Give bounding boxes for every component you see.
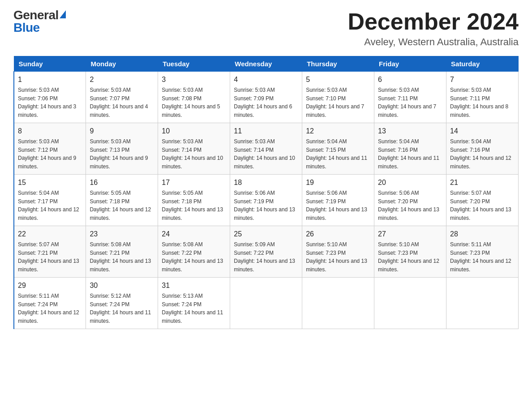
calendar-cell: 23Sunrise: 5:08 AMSunset: 7:21 PMDayligh… (86, 226, 158, 278)
day-sunrise: Sunrise: 5:03 AM (90, 87, 130, 93)
day-sunset: Sunset: 7:19 PM (306, 198, 346, 205)
day-daylight: Daylight: 14 hours and 13 minutes. (378, 206, 439, 221)
day-sunrise: Sunrise: 5:03 AM (162, 138, 202, 145)
day-sunset: Sunset: 7:22 PM (234, 250, 274, 256)
day-sunset: Sunset: 7:18 PM (90, 198, 129, 205)
calendar-cell: 19Sunrise: 5:06 AMSunset: 7:19 PMDayligh… (302, 175, 374, 226)
calendar-cell: 27Sunrise: 5:10 AMSunset: 7:23 PMDayligh… (374, 226, 446, 278)
day-number: 20 (378, 177, 442, 188)
day-number: 6 (378, 74, 442, 85)
calendar-cell (446, 278, 519, 329)
day-sunrise: Sunrise: 5:07 AM (450, 190, 491, 196)
day-daylight: Daylight: 14 hours and 7 minutes. (378, 103, 436, 118)
day-sunset: Sunset: 7:18 PM (162, 198, 202, 205)
calendar-cell: 12Sunrise: 5:04 AMSunset: 7:15 PMDayligh… (302, 123, 374, 175)
day-number: 29 (18, 280, 82, 291)
day-sunset: Sunset: 7:16 PM (378, 147, 418, 153)
day-daylight: Daylight: 14 hours and 11 minutes. (90, 309, 151, 324)
day-sunrise: Sunrise: 5:09 AM (234, 241, 275, 248)
day-daylight: Daylight: 14 hours and 11 minutes. (378, 155, 439, 169)
calendar-cell: 18Sunrise: 5:06 AMSunset: 7:19 PMDayligh… (230, 175, 302, 226)
day-sunset: Sunset: 7:12 PM (18, 147, 58, 153)
calendar-cell (302, 278, 374, 329)
day-sunrise: Sunrise: 5:04 AM (306, 138, 347, 145)
day-daylight: Daylight: 14 hours and 11 minutes. (162, 309, 223, 324)
day-sunset: Sunset: 7:19 PM (234, 198, 274, 205)
day-sunrise: Sunrise: 5:04 AM (18, 190, 59, 196)
calendar-cell: 29Sunrise: 5:11 AMSunset: 7:24 PMDayligh… (14, 278, 86, 329)
day-number: 14 (450, 126, 515, 136)
day-daylight: Daylight: 14 hours and 6 minutes. (234, 103, 292, 118)
calendar-header-wednesday: Wednesday (230, 56, 302, 72)
day-sunset: Sunset: 7:10 PM (306, 95, 346, 102)
day-sunset: Sunset: 7:08 PM (162, 95, 202, 102)
day-number: 2 (90, 74, 154, 85)
calendar-cell: 30Sunrise: 5:12 AMSunset: 7:24 PMDayligh… (86, 278, 158, 329)
day-sunset: Sunset: 7:11 PM (378, 95, 418, 102)
calendar-header-row: SundayMondayTuesdayWednesdayThursdayFrid… (14, 56, 519, 72)
day-number: 26 (306, 229, 370, 239)
day-number: 7 (450, 74, 515, 85)
calendar-cell: 4Sunrise: 5:03 AMSunset: 7:09 PMDaylight… (230, 72, 302, 123)
page-header: General Blue December 2024 Aveley, Weste… (13, 9, 519, 48)
calendar-cell: 24Sunrise: 5:08 AMSunset: 7:22 PMDayligh… (158, 226, 230, 278)
calendar-cell: 22Sunrise: 5:07 AMSunset: 7:21 PMDayligh… (14, 226, 86, 278)
calendar-cell (230, 278, 302, 329)
calendar-week-row: 15Sunrise: 5:04 AMSunset: 7:17 PMDayligh… (14, 175, 519, 226)
day-sunset: Sunset: 7:23 PM (450, 250, 490, 256)
calendar-cell: 7Sunrise: 5:03 AMSunset: 7:11 PMDaylight… (446, 72, 519, 123)
day-number: 17 (162, 177, 226, 188)
day-number: 1 (18, 74, 82, 85)
day-number: 30 (90, 280, 154, 291)
calendar-header-friday: Friday (374, 56, 446, 72)
day-sunset: Sunset: 7:16 PM (450, 147, 490, 153)
day-daylight: Daylight: 14 hours and 12 minutes. (90, 206, 151, 221)
day-number: 4 (234, 74, 298, 85)
day-sunrise: Sunrise: 5:08 AM (162, 241, 202, 248)
day-daylight: Daylight: 14 hours and 13 minutes. (234, 258, 295, 272)
day-sunrise: Sunrise: 5:05 AM (162, 190, 202, 196)
day-number: 13 (378, 126, 442, 136)
day-number: 15 (18, 177, 82, 188)
day-number: 3 (162, 74, 226, 85)
day-sunset: Sunset: 7:15 PM (306, 147, 346, 153)
day-daylight: Daylight: 14 hours and 13 minutes. (306, 258, 367, 272)
day-daylight: Daylight: 14 hours and 9 minutes. (90, 155, 148, 169)
day-sunrise: Sunrise: 5:06 AM (378, 190, 419, 196)
day-number: 27 (378, 229, 442, 239)
day-sunrise: Sunrise: 5:03 AM (18, 87, 59, 93)
day-daylight: Daylight: 14 hours and 8 minutes. (450, 103, 508, 118)
day-sunrise: Sunrise: 5:06 AM (234, 190, 275, 196)
day-sunset: Sunset: 7:23 PM (378, 250, 418, 256)
day-number: 28 (450, 229, 515, 239)
day-number: 5 (306, 74, 370, 85)
day-number: 25 (234, 229, 298, 239)
calendar-cell: 20Sunrise: 5:06 AMSunset: 7:20 PMDayligh… (374, 175, 446, 226)
calendar-cell: 10Sunrise: 5:03 AMSunset: 7:14 PMDayligh… (158, 123, 230, 175)
day-daylight: Daylight: 14 hours and 7 minutes. (306, 103, 364, 118)
calendar-week-row: 22Sunrise: 5:07 AMSunset: 7:21 PMDayligh… (14, 226, 519, 278)
day-sunset: Sunset: 7:20 PM (378, 198, 418, 205)
day-daylight: Daylight: 14 hours and 5 minutes. (162, 103, 220, 118)
day-sunset: Sunset: 7:21 PM (90, 250, 129, 256)
day-daylight: Daylight: 14 hours and 3 minutes. (18, 103, 76, 118)
day-sunset: Sunset: 7:24 PM (162, 301, 202, 308)
logo-triangle-icon (60, 10, 66, 18)
day-number: 19 (306, 177, 370, 188)
calendar-cell: 17Sunrise: 5:05 AMSunset: 7:18 PMDayligh… (158, 175, 230, 226)
calendar-week-row: 1Sunrise: 5:03 AMSunset: 7:06 PMDaylight… (14, 72, 519, 123)
day-daylight: Daylight: 14 hours and 12 minutes. (450, 155, 511, 169)
day-daylight: Daylight: 14 hours and 10 minutes. (234, 155, 295, 169)
day-sunrise: Sunrise: 5:08 AM (90, 241, 130, 248)
day-sunrise: Sunrise: 5:06 AM (306, 190, 347, 196)
calendar-cell: 3Sunrise: 5:03 AMSunset: 7:08 PMDaylight… (158, 72, 230, 123)
calendar-cell: 21Sunrise: 5:07 AMSunset: 7:20 PMDayligh… (446, 175, 519, 226)
day-daylight: Daylight: 14 hours and 12 minutes. (450, 258, 511, 272)
day-daylight: Daylight: 14 hours and 13 minutes. (18, 258, 79, 272)
day-daylight: Daylight: 14 hours and 12 minutes. (18, 309, 79, 324)
day-sunrise: Sunrise: 5:03 AM (450, 87, 491, 93)
day-daylight: Daylight: 14 hours and 4 minutes. (90, 103, 148, 118)
day-number: 21 (450, 177, 515, 188)
day-daylight: Daylight: 14 hours and 11 minutes. (306, 155, 367, 169)
day-sunrise: Sunrise: 5:12 AM (90, 293, 130, 299)
